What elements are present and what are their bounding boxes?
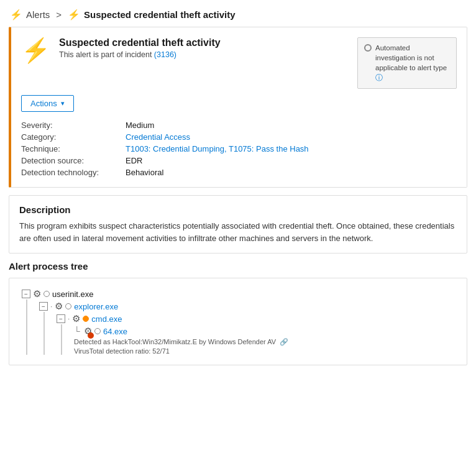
process-tree-card: − ⚙ userinit.exe − · ⚙ explorer.exe bbox=[9, 278, 467, 365]
userinit-label: userinit.exe bbox=[52, 290, 93, 299]
breadcrumb-separator: > bbox=[56, 9, 62, 20]
alert-details: Severity: Medium Category: Credential Ac… bbox=[21, 121, 457, 177]
detection-source-label: Detection source: bbox=[21, 156, 121, 165]
process-tree-heading: Alert process tree bbox=[9, 261, 467, 272]
explorer-link[interactable]: explorer.exe bbox=[74, 302, 118, 311]
hook-connector: └ bbox=[74, 326, 80, 336]
alert-card: ⚡ Suspected credential theft activity Th… bbox=[9, 27, 467, 188]
breadcrumb: ⚡ Alerts > ⚡ Suspected credential theft … bbox=[0, 0, 476, 27]
category-label: Category: bbox=[21, 132, 121, 142]
detected-info: Detected as HackTool:Win32/Mimikatz.E by… bbox=[74, 338, 454, 346]
gear-icon-64exe: ⚙ bbox=[84, 326, 92, 337]
alert-title: Suspected credential theft activity bbox=[59, 37, 221, 48]
node-circle-explorer bbox=[65, 303, 71, 309]
description-card: Description This program exhibits suspec… bbox=[9, 195, 467, 254]
tree-node-cmd: − · ⚙ cmd.exe bbox=[57, 313, 454, 324]
actions-label: Actions bbox=[30, 99, 57, 108]
alert-badge-64exe bbox=[88, 332, 94, 339]
virustotal-info: VirusTotal detection ratio: 52/71 bbox=[74, 347, 454, 355]
node-circle-userinit bbox=[43, 291, 50, 297]
actions-button[interactable]: Actions ▾ bbox=[21, 95, 74, 112]
info-icon[interactable]: ⓘ bbox=[375, 73, 383, 82]
expand-explorer[interactable]: − bbox=[39, 302, 48, 311]
node-circle-64exe bbox=[94, 328, 101, 334]
dash-cmd: · bbox=[68, 314, 70, 323]
breadcrumb-alerts-link[interactable]: Alerts bbox=[26, 9, 50, 20]
auto-investigation-text: Automated investigation is not applicabl… bbox=[375, 44, 447, 71]
gear-icon-cmd: ⚙ bbox=[72, 313, 80, 324]
tree-node-explorer: − · ⚙ explorer.exe bbox=[39, 301, 454, 312]
technique-label: Technique: bbox=[21, 144, 121, 153]
virustotal-label: VirusTotal detection ratio: 52/71 bbox=[74, 347, 170, 355]
bolt-icon-title: ⚡ bbox=[68, 9, 80, 21]
auto-investigation-box: Automated investigation is not applicabl… bbox=[357, 37, 457, 89]
tree-node-userinit: − ⚙ userinit.exe bbox=[22, 288, 454, 299]
radio-dot-icon bbox=[364, 44, 372, 52]
alert-card-left: ⚡ Suspected credential theft activity Th… bbox=[21, 37, 221, 62]
alert-card-top: ⚡ Suspected credential theft activity Th… bbox=[21, 37, 457, 89]
windows-defender-link[interactable]: 🔗 bbox=[280, 338, 288, 345]
dash-explorer: · bbox=[50, 302, 52, 311]
technique-link[interactable]: T1003: Credential Dumping, T1075: Pass t… bbox=[126, 144, 309, 153]
gear-icon-userinit: ⚙ bbox=[33, 288, 41, 299]
description-body: This program exhibits suspect characteri… bbox=[19, 220, 457, 244]
severity-value: Medium bbox=[126, 121, 457, 130]
node-circle-cmd bbox=[83, 316, 89, 322]
technique-value: T1003: Credential Dumping, T1075: Pass t… bbox=[126, 144, 457, 153]
detected-label: Detected as HackTool:Win32/Mimikatz.E by… bbox=[74, 338, 276, 345]
tree-node-64exe: └ ⚙ 64.exe bbox=[74, 326, 454, 337]
process-tree-section: Alert process tree − ⚙ userinit.exe − · … bbox=[9, 261, 467, 365]
category-value: Credential Access bbox=[126, 132, 457, 142]
detection-source-value: EDR bbox=[126, 156, 457, 165]
alert-bolt-icon: ⚡ bbox=[21, 39, 50, 62]
detection-tech-value: Behavioral bbox=[126, 168, 457, 177]
expand-userinit[interactable]: − bbox=[22, 290, 30, 298]
alert-title-block: Suspected credential theft activity This… bbox=[59, 37, 221, 59]
cmd-link[interactable]: cmd.exe bbox=[91, 314, 122, 324]
alert-incident-text: This alert is part of incident (3136) bbox=[59, 50, 221, 59]
detection-tech-label: Detection technology: bbox=[21, 168, 121, 177]
bolt-icon-breadcrumb: ⚡ bbox=[10, 9, 22, 21]
page-title: Suspected credential theft activity bbox=[84, 9, 235, 20]
category-link[interactable]: Credential Access bbox=[126, 132, 190, 142]
incident-link[interactable]: (3136) bbox=[154, 50, 176, 59]
description-heading: Description bbox=[19, 204, 457, 215]
64exe-link[interactable]: 64.exe bbox=[103, 327, 127, 336]
severity-label: Severity: bbox=[21, 121, 121, 130]
expand-cmd[interactable]: − bbox=[57, 314, 65, 323]
gear-icon-explorer: ⚙ bbox=[55, 301, 63, 312]
chevron-down-icon: ▾ bbox=[61, 99, 65, 107]
